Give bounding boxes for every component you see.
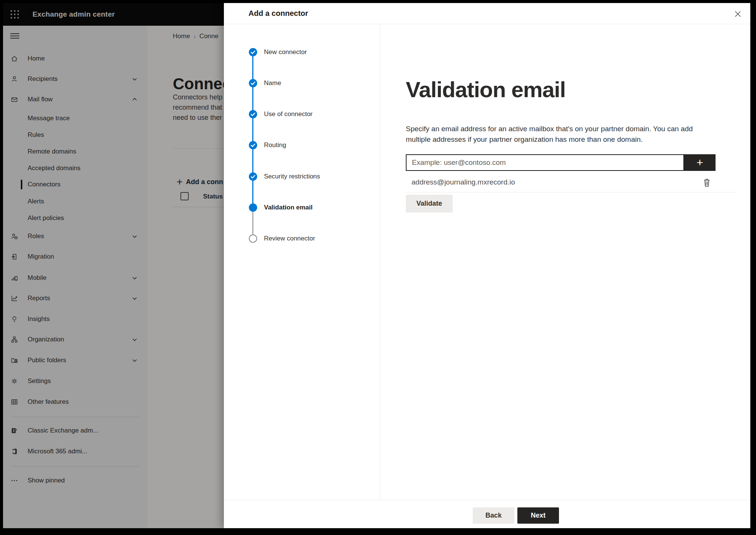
step-description: Specify an email address for an active m… — [406, 124, 693, 145]
step-dot-done — [249, 141, 257, 149]
step-dot-todo — [249, 234, 257, 243]
step-name[interactable]: Name — [264, 79, 281, 87]
step-dot-done — [249, 48, 257, 56]
validate-button[interactable]: Validate — [406, 195, 453, 212]
add-connector-panel: Add a connector New connector Name Use o… — [224, 3, 750, 528]
close-icon[interactable] — [733, 9, 743, 19]
step-dot-done — [249, 110, 257, 118]
address-value: address@journaling.mxrecord.io — [411, 178, 515, 186]
step-routing[interactable]: Routing — [264, 141, 286, 149]
wizard-steps — [224, 24, 380, 500]
panel-footer-divider — [224, 500, 750, 500]
trash-icon[interactable] — [701, 177, 713, 188]
panel-title: Add a connector — [248, 9, 308, 18]
step-dot-done — [249, 172, 257, 181]
next-button[interactable]: Next — [517, 507, 559, 524]
step-review-connector[interactable]: Review connector — [264, 234, 315, 243]
address-list-divider — [406, 192, 737, 192]
step-heading: Validation email — [406, 77, 565, 102]
address-row: address@journaling.mxrecord.io — [406, 176, 737, 189]
plus-icon: + — [697, 157, 703, 168]
email-input[interactable] — [406, 154, 684, 171]
step-connector-line-todo — [252, 208, 253, 239]
step-dot-done — [249, 79, 257, 87]
back-button[interactable]: Back — [473, 507, 514, 524]
step-connector-line-done — [252, 52, 253, 208]
step-new-connector[interactable]: New connector — [264, 48, 307, 56]
step-dot-current — [249, 203, 257, 212]
step-validation-email[interactable]: Validation email — [264, 203, 313, 212]
app-window: Exchange admin center Home Recipients Ma… — [3, 3, 750, 528]
step-security-restrictions[interactable]: Security restrictions — [264, 172, 320, 181]
screenshot-root: Exchange admin center Home Recipients Ma… — [0, 0, 756, 535]
step-use-of-connector[interactable]: Use of connector — [264, 110, 313, 118]
add-address-button[interactable]: + — [684, 154, 716, 171]
